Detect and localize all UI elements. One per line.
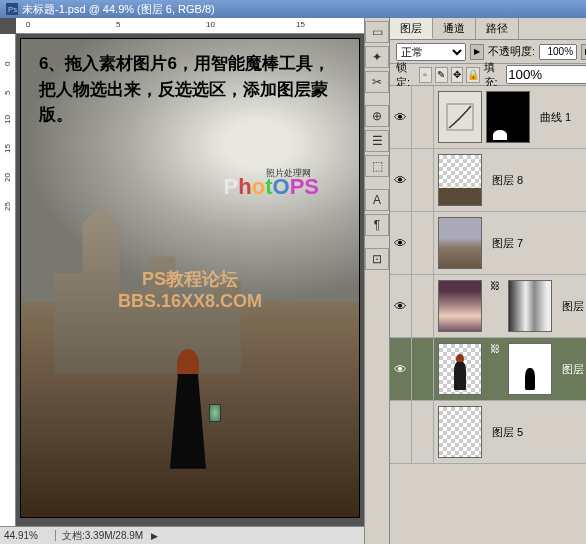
lock-transparent-icon[interactable]: ▫ (419, 67, 432, 83)
link-column[interactable] (412, 401, 434, 463)
layers-panel: 图层 通道 路径 正常 ▶ 不透明度: ▶ 锁定: ▫ ✎ ✥ 🔒 填充: ▶ … (390, 18, 586, 544)
list-tool-icon[interactable]: ☰ (365, 130, 389, 152)
tab-paths[interactable]: 路径 (476, 18, 519, 39)
mask-link-icon[interactable]: ⛓ (490, 343, 500, 395)
opacity-arrow-icon[interactable]: ▶ (581, 44, 586, 60)
wand-tool-icon[interactable]: ✦ (365, 46, 389, 68)
lock-pixels-icon[interactable]: ✎ (435, 67, 448, 83)
visibility-toggle-icon[interactable]: 👁 (390, 86, 412, 148)
panel-lock-row: 锁定: ▫ ✎ ✥ 🔒 填充: ▶ (390, 64, 586, 86)
window-title: 未标题-1.psd @ 44.9% (图层 6, RGB/8) (22, 2, 215, 17)
opacity-input[interactable] (539, 44, 577, 60)
tab-layers[interactable]: 图层 (390, 18, 433, 39)
heal-tool-icon[interactable]: ⊕ (365, 105, 389, 127)
mask-link-icon[interactable]: ⛓ (490, 280, 500, 332)
layer-row-5[interactable]: 图层 5 (390, 401, 586, 464)
document-size: 文档:3.39M/28.9M (56, 529, 149, 543)
link-column[interactable] (412, 212, 434, 274)
window-titlebar: Ps 未标题-1.psd @ 44.9% (图层 6, RGB/8) (0, 0, 586, 18)
ruler-vertical[interactable]: 0 5 10 15 20 25 (0, 34, 16, 526)
blend-arrow-icon[interactable]: ▶ (470, 44, 484, 60)
lock-all-icon[interactable]: 🔒 (466, 67, 480, 83)
layer-row-6[interactable]: 👁 ⛓ 图层 6 (390, 338, 586, 401)
panel-tabs: 图层 通道 路径 (390, 18, 586, 40)
tab-channels[interactable]: 通道 (433, 18, 476, 39)
visibility-toggle-icon[interactable]: 👁 (390, 212, 412, 274)
nav-tool-icon[interactable]: ▭ (365, 21, 389, 43)
figure-graphic (163, 349, 213, 479)
visibility-toggle-icon[interactable] (390, 401, 412, 463)
link-column[interactable] (412, 275, 434, 337)
fill-label: 填充: (484, 60, 504, 90)
layer-name[interactable]: 图层 7 (486, 236, 523, 251)
fill-input[interactable] (506, 65, 586, 84)
layer-name[interactable]: 图层 7 (556, 299, 586, 314)
link-column[interactable] (412, 86, 434, 148)
paragraph-tool-icon[interactable]: ¶ (365, 214, 389, 236)
link-column[interactable] (412, 149, 434, 211)
link-column[interactable] (412, 338, 434, 400)
visibility-toggle-icon[interactable]: 👁 (390, 149, 412, 211)
blend-mode-select[interactable]: 正常 (396, 43, 466, 61)
canvas-area: 0 5 10 15 0 5 10 15 20 25 6、拖入素材图片6，用智能魔… (0, 18, 364, 544)
layer-name[interactable]: 图层 6 (556, 362, 586, 377)
curves-adjustment-icon[interactable] (438, 91, 482, 143)
crop-tool-icon[interactable]: ✂ (365, 71, 389, 93)
layer-row-8[interactable]: 👁 图层 8 (390, 149, 586, 212)
zoom-level[interactable]: 44.91% (0, 530, 56, 541)
layer-list: 👁 曲线 1 👁 图层 8 👁 (390, 86, 586, 544)
view-tool-icon[interactable]: ⊡ (365, 248, 389, 270)
layer-mask-thumb[interactable] (486, 91, 530, 143)
photops-logo: PhotOPS (224, 174, 319, 200)
type-tool-icon[interactable]: A (365, 189, 389, 211)
layer-thumb[interactable] (438, 217, 482, 269)
vertical-toolbar: ▭ ✦ ✂ ⊕ ☰ ⬚ A ¶ ⊡ (364, 18, 390, 544)
watermark: PS教程论坛 BBS.16XX8.COM (118, 269, 262, 312)
ps-icon: Ps (6, 3, 18, 15)
opacity-label: 不透明度: (488, 44, 535, 59)
visibility-toggle-icon[interactable]: 👁 (390, 338, 412, 400)
instruction-text: 6、拖入素材图片6，用智能魔棒工具，把人物选出来，反选选区，添加图层蒙版。 (39, 51, 341, 128)
status-arrow-icon[interactable]: ▶ (151, 531, 158, 541)
layer-mask-thumb[interactable] (508, 280, 552, 332)
svg-text:Ps: Ps (8, 5, 17, 14)
layer-mask-thumb[interactable] (508, 343, 552, 395)
layer-thumb[interactable] (438, 406, 482, 458)
ruler-horizontal[interactable]: 0 5 10 15 (16, 18, 364, 34)
shape-tool-icon[interactable]: ⬚ (365, 155, 389, 177)
layer-row-7b[interactable]: 👁 ⛓ 图层 7 (390, 275, 586, 338)
status-bar: 44.91% 文档:3.39M/28.9M ▶ (0, 526, 364, 544)
layer-thumb[interactable] (438, 280, 482, 332)
layer-name[interactable]: 图层 5 (486, 425, 523, 440)
visibility-toggle-icon[interactable]: 👁 (390, 275, 412, 337)
document-canvas[interactable]: 6、拖入素材图片6，用智能魔棒工具，把人物选出来，反选选区，添加图层蒙版。 照片… (20, 38, 360, 518)
layer-thumb[interactable] (438, 343, 482, 395)
layer-name[interactable]: 曲线 1 (534, 110, 571, 125)
lock-label: 锁定: (396, 60, 416, 90)
layer-thumb[interactable] (438, 154, 482, 206)
layer-row-7a[interactable]: 👁 图层 7 (390, 212, 586, 275)
lock-position-icon[interactable]: ✥ (451, 67, 464, 83)
layer-name[interactable]: 图层 8 (486, 173, 523, 188)
layer-row-curves[interactable]: 👁 曲线 1 (390, 86, 586, 149)
